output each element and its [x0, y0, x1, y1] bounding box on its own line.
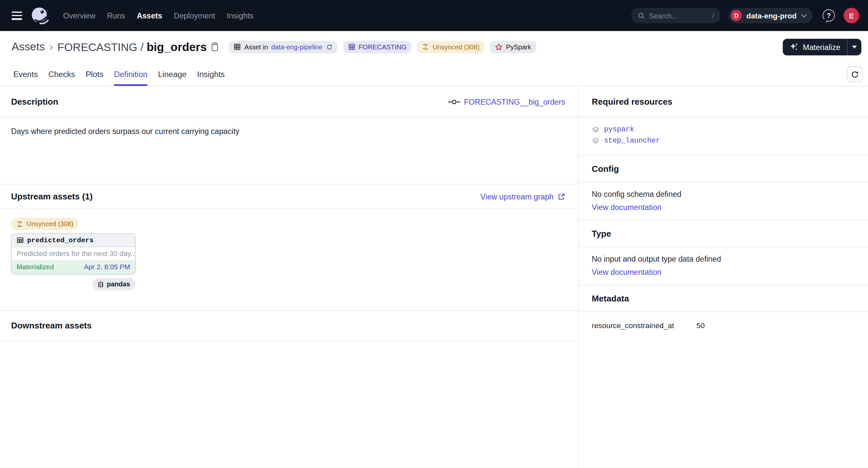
- external-link-icon: [557, 193, 565, 200]
- job-link-label: FORECASTING__big_orders: [464, 97, 565, 106]
- type-title: Type: [592, 229, 611, 239]
- resource-row-step-launcher: step_launcher: [592, 136, 855, 145]
- metadata-section-header: Metadata: [578, 285, 868, 312]
- sparkle-icon: [789, 42, 799, 52]
- definition-sidebar: Required resources pyspark: [578, 87, 868, 468]
- tab-definition[interactable]: Definition: [114, 62, 148, 86]
- upstream-section-header: Upstream assets (1) View upstream graph: [0, 185, 578, 209]
- type-section-header: Type: [578, 221, 868, 247]
- description-title: Description: [11, 97, 59, 107]
- upstream-title: Upstream assets (1): [11, 192, 93, 201]
- tab-lineage[interactable]: Lineage: [158, 62, 187, 86]
- config-empty-message: No config schema defined: [592, 189, 855, 199]
- resources-list: pyspark step_launcher: [578, 117, 868, 156]
- kind-tag-label: pandas: [107, 281, 130, 288]
- metadata-title: Metadata: [592, 294, 629, 303]
- asset-card-status-row: Materialized Apr 2, 8:05 PM: [11, 260, 135, 273]
- user-avatar[interactable]: E: [844, 8, 859, 23]
- group-grid-icon: [348, 43, 355, 50]
- nav-item-overview[interactable]: Overview: [63, 11, 95, 20]
- unsynced-badge-label: Unsynced (308): [27, 220, 74, 228]
- search-input[interactable]: [649, 11, 709, 20]
- config-doc-link[interactable]: View documentation: [592, 203, 661, 212]
- upstream-asset-card[interactable]: predicted_orders Predicted orders for th…: [11, 233, 136, 274]
- hamburger-menu-icon[interactable]: [11, 11, 22, 20]
- config-section-header: Config: [578, 156, 868, 182]
- tag-asset-group[interactable]: FORECASTING: [343, 41, 412, 53]
- primary-nav: Overview Runs Assets Deployment Insights: [63, 11, 253, 20]
- tag-compute-kind[interactable]: PySpark: [490, 41, 536, 53]
- nav-item-assets[interactable]: Assets: [137, 11, 162, 20]
- metadata-table: resource_constrained_at 50: [578, 312, 868, 339]
- deployment-name: data-eng-prod: [746, 11, 797, 20]
- asset-tabs: Events Checks Plots Definition Lineage I…: [0, 62, 868, 86]
- asset-card-description: Predicted orders for the next 30 day...: [11, 247, 135, 260]
- tab-plots[interactable]: Plots: [86, 62, 103, 86]
- pandas-icon: [98, 281, 104, 288]
- table-grid-icon: [234, 43, 241, 50]
- nav-item-deployment[interactable]: Deployment: [174, 11, 215, 20]
- type-empty-message: No input and output type data defined: [592, 255, 855, 263]
- tag-sync-status[interactable]: Unsynced (308): [417, 41, 485, 53]
- asset-tags: Asset in data-eng-pipeline FORECASTING: [229, 41, 536, 53]
- type-body: No input and output type data defined Vi…: [578, 247, 868, 285]
- resource-link-step-launcher[interactable]: step_launcher: [604, 136, 660, 145]
- asset-header: Assets › FORECASTING / big_orders As: [0, 31, 868, 62]
- breadcrumb-assets-link[interactable]: Assets: [11, 40, 45, 53]
- definition-content: Description FORECASTING__big_orders Days…: [0, 87, 868, 468]
- tab-checks[interactable]: Checks: [48, 62, 75, 86]
- breadcrumb-group-link[interactable]: FORECASTING: [58, 41, 137, 53]
- breadcrumb: Assets › FORECASTING / big_orders: [11, 40, 207, 53]
- resource-link-pyspark[interactable]: pyspark: [604, 125, 634, 134]
- sync-alert-icon: [422, 43, 429, 50]
- search-input-container[interactable]: /: [631, 8, 721, 23]
- copy-asset-key-icon[interactable]: [210, 42, 219, 52]
- resources-section-header: Required resources: [578, 87, 868, 117]
- deployment-switcher[interactable]: D data-eng-prod: [728, 8, 812, 23]
- tab-events[interactable]: Events: [13, 62, 38, 86]
- config-title: Config: [592, 164, 619, 174]
- metadata-key: resource_constrained_at: [592, 322, 696, 330]
- pipeline-link[interactable]: data-eng-pipeline: [271, 43, 322, 51]
- nav-item-insights[interactable]: Insights: [227, 11, 253, 20]
- tag-asset-in-job[interactable]: Asset in data-eng-pipeline: [229, 41, 338, 53]
- asset-card-header: predicted_orders: [11, 234, 135, 247]
- tab-insights[interactable]: Insights: [197, 62, 224, 86]
- materialization-timestamp[interactable]: Apr 2, 8:05 PM: [84, 263, 130, 271]
- dagster-asset-page: Overview Runs Assets Deployment Insights…: [0, 0, 868, 468]
- asset-key-path: FORECASTING / big_orders: [58, 40, 207, 53]
- breadcrumb-separator: ›: [49, 40, 53, 53]
- type-doc-link[interactable]: View documentation: [592, 268, 661, 276]
- asset-card-kind-row: pandas: [11, 278, 136, 290]
- upstream-assets-list: Unsynced (308) predicted_orders Predicte…: [0, 209, 578, 311]
- downstream-title: Downstream assets: [11, 321, 92, 331]
- help-icon[interactable]: ?: [823, 9, 835, 22]
- dagster-logo-icon[interactable]: [31, 7, 49, 24]
- kind-tag-pandas[interactable]: pandas: [92, 278, 135, 290]
- resources-title: Required resources: [592, 97, 672, 107]
- layers-icon: [592, 126, 600, 133]
- asset-card-name: predicted_orders: [27, 236, 93, 244]
- spark-star-icon: [495, 43, 503, 51]
- materialize-dropdown-button[interactable]: [847, 38, 861, 55]
- sync-alert-icon: [16, 220, 23, 227]
- downstream-section-header: Downstream assets: [0, 311, 578, 342]
- page-title: big_orders: [147, 40, 207, 53]
- chevron-down-icon: [801, 13, 807, 18]
- main-column: Description FORECASTING__big_orders Days…: [0, 87, 578, 468]
- refresh-button[interactable]: [847, 66, 862, 82]
- view-upstream-graph-label: View upstream graph: [480, 192, 553, 201]
- table-grid-icon: [17, 237, 24, 244]
- tag-sync-label: Unsynced (308): [433, 43, 480, 51]
- unsynced-badge[interactable]: Unsynced (308): [11, 218, 79, 230]
- status-badge: Materialized: [17, 263, 54, 271]
- config-body: No config schema defined View documentat…: [578, 182, 868, 221]
- layers-icon: [592, 137, 600, 144]
- refresh-small-icon[interactable]: [326, 43, 332, 50]
- description-section-header: Description FORECASTING__big_orders: [0, 87, 578, 117]
- view-upstream-graph-link[interactable]: View upstream graph: [480, 192, 565, 201]
- nav-item-runs[interactable]: Runs: [107, 11, 125, 20]
- top-nav: Overview Runs Assets Deployment Insights…: [0, 0, 868, 31]
- job-link[interactable]: FORECASTING__big_orders: [448, 97, 565, 106]
- materialize-button[interactable]: Materialize: [783, 38, 847, 55]
